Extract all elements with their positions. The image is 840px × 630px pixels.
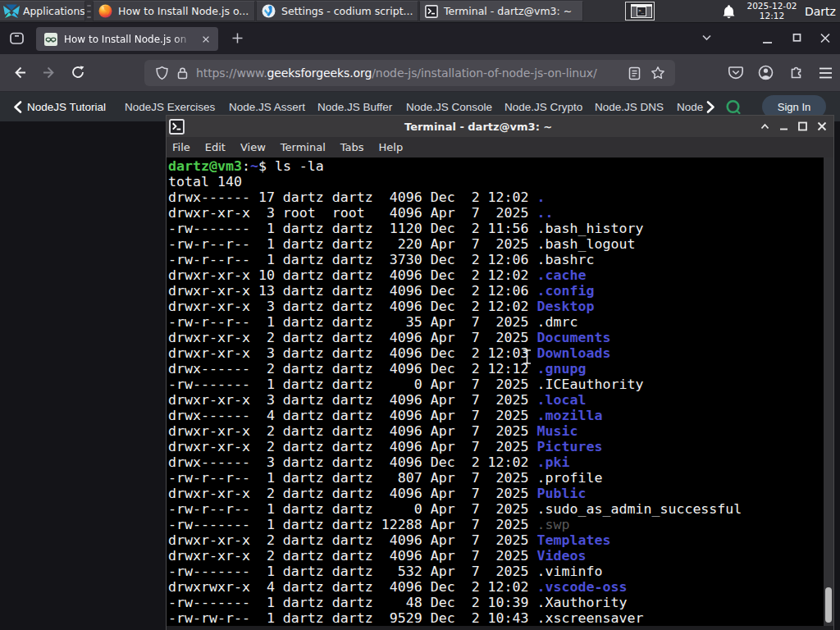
terminal-line: drwxr-xr-x 3 dartz dartz 4096 Dec 2 12:0…	[168, 345, 742, 361]
terminal-line: -rw-r--r-- 1 dartz dartz 0 Apr 7 2025 .s…	[168, 501, 742, 517]
distro-logo-icon	[2, 2, 21, 21]
url-text: https://www.geeksforgeeks.org/node-js/in…	[196, 66, 628, 80]
terminal-shade-button[interactable]	[760, 121, 770, 131]
back-button[interactable]	[12, 65, 28, 80]
terminal-close-button[interactable]	[816, 121, 828, 132]
browser-tab-active[interactable]: How to Install Node.js on	[36, 27, 218, 51]
taskbar-button-label: Settings - codium script...	[281, 5, 413, 17]
taskbar-button-label: Terminal - dartz@vm3: ~	[444, 5, 572, 17]
terminal-line: drwxr-xr-x 3 root root 4096 Apr 7 2025 .…	[168, 205, 742, 221]
reload-button[interactable]	[71, 65, 85, 80]
firefox-icon	[98, 4, 112, 18]
menu-edit[interactable]: Edit	[205, 141, 226, 153]
subnav-scroll-right-icon[interactable]	[704, 100, 717, 114]
terminal-line: dartz@vm3:~$ ls -la	[168, 158, 742, 174]
url-bar[interactable]: https://www.geeksforgeeks.org/node-js/in…	[144, 60, 675, 86]
terminal-line: drwxr-xr-x 3 dartz dartz 4096 Apr 7 2025…	[168, 392, 742, 408]
terminal-maximize-button[interactable]	[797, 121, 808, 131]
bookmark-star-icon[interactable]	[651, 66, 665, 80]
url-path: /node-js/installation-of-node-js-on-linu…	[372, 66, 596, 80]
terminal-line: drwx------ 17 dartz dartz 4096 Dec 2 12:…	[168, 189, 742, 205]
terminal-line: drwx------ 2 dartz dartz 4096 Dec 2 12:1…	[168, 361, 742, 377]
browser-maximize-button[interactable]	[792, 32, 802, 43]
notification-bell-icon[interactable]	[721, 4, 737, 20]
pocket-icon[interactable]	[728, 65, 744, 80]
user-name: Dartz	[805, 5, 836, 18]
menu-file[interactable]: File	[172, 141, 190, 153]
url-scheme: https://www.	[196, 66, 267, 80]
applications-label: Applications	[23, 5, 85, 17]
menu-help[interactable]: Help	[379, 141, 404, 153]
subnav-item-nodejs-tutorial[interactable]: NodeJS Tutorial	[27, 92, 106, 121]
terminal-line: drwx------ 3 dartz dartz 4096 Dec 2 12:0…	[168, 454, 742, 470]
list-all-tabs-chevron-icon[interactable]	[700, 33, 714, 43]
browser-close-button[interactable]	[819, 31, 832, 44]
reader-mode-icon[interactable]	[628, 66, 641, 80]
terminal-line: total 140	[168, 174, 742, 189]
terminal-scrollbar[interactable]	[824, 158, 833, 630]
url-domain: geeksforgeeks.org	[267, 66, 372, 80]
terminal-line: drwxrwxr-x 4 dartz dartz 4096 Dec 2 12:0…	[168, 579, 742, 595]
firefox-tab-bar: How to Install Node.js on	[0, 23, 840, 54]
terminal-title-bar[interactable]: Terminal - dartz@vm3: ~	[167, 116, 833, 137]
extensions-puzzle-icon[interactable]	[788, 65, 804, 80]
terminal-output-area[interactable]: dartz@vm3:~$ ls -latotal 140drwx------ 1…	[167, 158, 833, 630]
subnav-scroll-left-icon[interactable]	[11, 100, 25, 114]
terminal-icon	[425, 5, 438, 18]
terminal-menu-bar: File Edit View Terminal Tabs Help	[167, 137, 833, 158]
top-panel: Applications How to Install Node.js o...…	[0, 0, 840, 23]
taskbar-button-label: How to Install Node.js o...	[118, 5, 249, 17]
terminal-line: -rw-r--r-- 1 dartz dartz 35 Apr 7 2025 .…	[168, 314, 742, 330]
hamburger-menu-icon[interactable]	[819, 67, 833, 79]
menu-view[interactable]: View	[240, 141, 266, 153]
terminal-line: -rw------- 1 dartz dartz 48 Dec 2 10:39 …	[168, 595, 742, 610]
terminal-line: drwxr-xr-x 2 dartz dartz 4096 Apr 7 2025…	[168, 486, 742, 501]
terminal-minimize-button[interactable]	[778, 121, 789, 131]
menu-terminal[interactable]: Terminal	[281, 141, 326, 153]
vscodium-icon	[262, 4, 276, 18]
clock-time: 12:12	[741, 11, 803, 21]
terminal-line: drwxr-xr-x 13 dartz dartz 4096 Dec 2 12:…	[168, 283, 742, 299]
terminal-line: -rw-r--r-- 1 dartz dartz 3730 Dec 2 12:0…	[168, 252, 742, 267]
panel-clock[interactable]: 2025-12-02 12:12	[741, 1, 803, 21]
terminal-line: drwxr-xr-x 10 dartz dartz 4096 Dec 2 12:…	[168, 267, 742, 283]
forward-button[interactable]	[41, 65, 57, 80]
sign-in-label: Sign In	[778, 101, 810, 113]
terminal-line: drwxr-xr-x 2 dartz dartz 4096 Apr 7 2025…	[168, 532, 742, 548]
tab-title: How to Install Node.js on	[64, 34, 197, 45]
geeksforgeeks-favicon	[44, 33, 57, 46]
taskbar-button-terminal[interactable]: Terminal - dartz@vm3: ~	[419, 1, 583, 21]
menu-tabs[interactable]: Tabs	[340, 141, 364, 153]
terminal-line: -rw------- 1 dartz dartz 12288 Apr 7 202…	[168, 517, 742, 532]
terminal-output: dartz@vm3:~$ ls -latotal 140drwx------ 1…	[168, 158, 742, 626]
account-icon[interactable]	[758, 65, 774, 80]
browser-minimize-button[interactable]	[761, 34, 774, 46]
terminal-window: Terminal - dartz@vm3: ~ File Edit View T…	[166, 115, 834, 630]
new-tab-button[interactable]	[231, 31, 245, 46]
taskbar-button-firefox[interactable]: How to Install Node.js o...	[93, 1, 255, 21]
terminal-line: drwxr-xr-x 3 dartz dartz 4096 Dec 2 12:0…	[168, 299, 742, 314]
clock-date: 2025-12-02	[741, 1, 803, 11]
terminal-line: drwxr-xr-x 2 dartz dartz 4096 Apr 7 2025…	[168, 330, 742, 345]
terminal-line: -rw-rw-r-- 1 dartz dartz 9529 Dec 2 10:4…	[168, 610, 742, 626]
terminal-line: drwxr-xr-x 2 dartz dartz 4096 Apr 7 2025…	[168, 423, 742, 439]
tab-close-icon[interactable]	[200, 34, 212, 45]
workspace-mini-terminal-icon: >_	[637, 7, 646, 16]
workspace-switcher[interactable]: >_	[625, 2, 655, 21]
terminal-line: -rw------- 1 dartz dartz 532 Apr 7 2025 …	[168, 564, 742, 579]
tracking-protection-shield-icon[interactable]	[155, 66, 169, 80]
terminal-line: -rw-r--r-- 1 dartz dartz 807 Apr 7 2025 …	[168, 470, 742, 486]
user-menu-button[interactable]: Dartz	[805, 0, 840, 22]
lock-icon[interactable]	[176, 66, 189, 80]
gfg-search-icon[interactable]	[725, 99, 742, 116]
panel-separator-handle	[85, 3, 92, 20]
terminal-scrollbar-thumb[interactable]	[825, 587, 832, 623]
terminal-line: -rw------- 1 dartz dartz 1120 Dec 2 11:5…	[168, 221, 742, 236]
taskbar-button-vscodium[interactable]: Settings - codium script...	[256, 1, 418, 21]
applications-menu-button[interactable]: Applications	[0, 1, 85, 21]
firefox-navigation-toolbar: https://www.geeksforgeeks.org/node-js/in…	[0, 54, 840, 92]
mouse-ibeam-cursor	[522, 349, 532, 365]
terminal-window-title: Terminal - dartz@vm3: ~	[404, 121, 544, 133]
terminal-window-icon	[169, 119, 185, 135]
firefox-view-icon[interactable]	[9, 30, 25, 46]
